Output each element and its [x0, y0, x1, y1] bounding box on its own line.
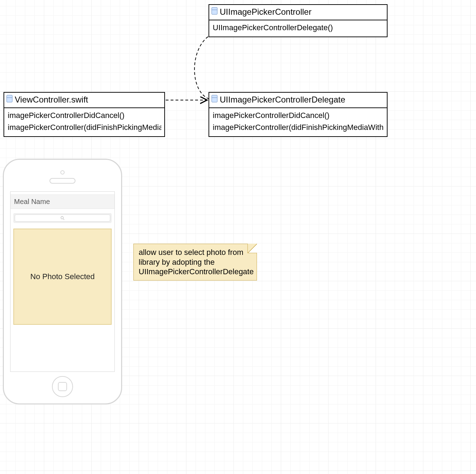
uml-class-title: ViewController.swift	[4, 93, 164, 108]
class-icon	[211, 95, 218, 103]
home-button[interactable]	[52, 376, 73, 397]
uml-class-title-text: UIImagePickerControllerDelegate	[220, 95, 345, 104]
phone-camera-dot	[60, 170, 65, 175]
svg-rect-4	[212, 95, 217, 102]
uml-member: imagePickerController(didFinishPickingMe…	[212, 121, 384, 133]
sticky-note-text: allow user to select photo from library …	[139, 248, 254, 276]
svg-line-7	[63, 219, 64, 220]
uml-class-viewcontroller[interactable]: ViewController.swift imagePickerControll…	[4, 92, 165, 137]
class-icon	[6, 95, 13, 103]
meal-name-label: Meal Name	[11, 195, 114, 209]
uml-member: UIImagePickerControllerDelegate()	[212, 22, 384, 34]
photo-placeholder-text: No Photo Selected	[30, 272, 94, 281]
phone-screen: Meal Name No Photo Selected	[10, 191, 115, 372]
uml-class-members: imagePickerControllerDidCancel() imagePi…	[209, 108, 387, 136]
uml-class-members: imagePickerControllerDidCancel() imagePi…	[4, 108, 164, 136]
svg-rect-2	[7, 95, 12, 102]
phone-speaker	[49, 178, 75, 184]
diagram-canvas[interactable]: UIImagePickerController UIImagePickerCon…	[0, 0, 476, 474]
search-field[interactable]	[13, 213, 112, 223]
uml-member: imagePickerControllerDidCancel()	[7, 110, 161, 121]
photo-placeholder[interactable]: No Photo Selected	[13, 229, 112, 325]
iphone-mockup[interactable]: Meal Name No Photo Selected	[3, 159, 122, 404]
uml-member: imagePickerControllerDidCancel()	[212, 110, 384, 121]
uml-class-title: UIImagePickerControllerDelegate	[209, 93, 387, 108]
sticky-note[interactable]: allow user to select photo from library …	[133, 244, 257, 281]
svg-rect-0	[212, 7, 217, 14]
svg-point-6	[61, 217, 64, 219]
uml-class-title-text: UIImagePickerController	[220, 7, 311, 17]
class-icon	[211, 7, 218, 15]
uml-class-members: UIImagePickerControllerDelegate()	[209, 20, 387, 37]
uml-class-uiimagepickercontrollerdelegate[interactable]: UIImagePickerControllerDelegate imagePic…	[209, 92, 388, 137]
uml-class-title: UIImagePickerController	[209, 5, 387, 20]
connector-delegate-to-controller	[194, 36, 209, 99]
uml-class-title-text: ViewController.swift	[15, 95, 88, 104]
uml-class-uiimagepickercontroller[interactable]: UIImagePickerController UIImagePickerCon…	[209, 4, 388, 37]
uml-member: imagePickerController(didFinishPickingMe…	[7, 121, 161, 133]
search-icon	[15, 215, 110, 222]
